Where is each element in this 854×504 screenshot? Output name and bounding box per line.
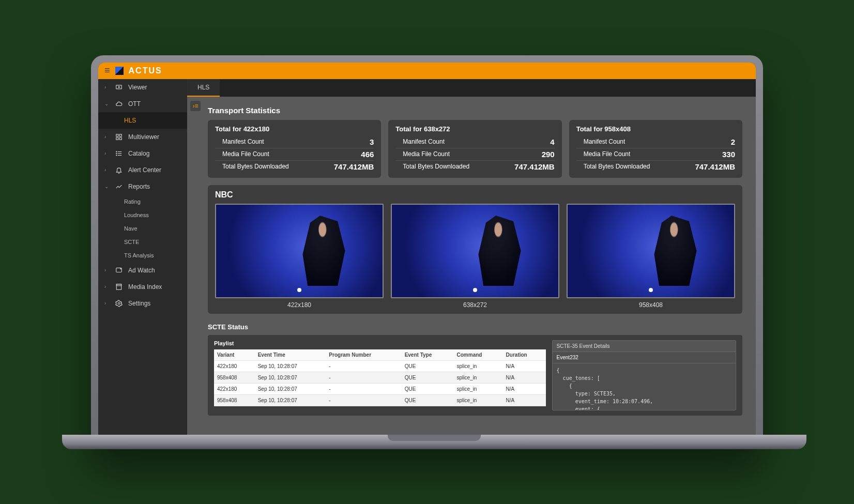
sidebar-item-viewer[interactable]: › Viewer: [98, 79, 187, 96]
thumb-wrap: 638x272: [391, 204, 559, 309]
tab-hls[interactable]: HLS: [187, 79, 220, 97]
sidebar-label: Settings: [128, 300, 150, 307]
scte-status-title: SCTE Status: [208, 323, 742, 331]
sidebar-item-hls[interactable]: HLS: [98, 112, 187, 129]
gear-icon: [115, 300, 123, 307]
details-event-name: Event232: [553, 352, 736, 363]
logo-mark-icon: [115, 67, 124, 75]
details-code[interactable]: { cue_tones: [ { type: SCTE35, event_tim…: [553, 363, 736, 410]
sidebar-item-alert-center[interactable]: › Alert Center: [98, 162, 187, 178]
chart-icon: [115, 183, 123, 190]
brand-name: ACTUS: [129, 66, 162, 75]
laptop-base: [62, 435, 806, 449]
col-command: Command: [454, 349, 503, 361]
scte-details-box: SCTE-35 Event Details Event232 { cue_ton…: [552, 340, 736, 410]
stat-card-heading: Total for 958x408: [576, 125, 735, 133]
chevron-down-icon: ⌄: [104, 184, 110, 189]
stat-card-heading: Total for 638x272: [395, 125, 554, 133]
svg-rect-2: [116, 134, 118, 136]
hamburger-icon[interactable]: ≡: [104, 65, 110, 76]
table-row[interactable]: 958x408Sep 10, 10:28:07-QUEsplice_inN/A: [214, 394, 546, 406]
table-row[interactable]: 422x180Sep 10, 10:28:07-QUEsplice_inN/A: [214, 360, 546, 372]
sidebar-label: Viewer: [128, 84, 147, 91]
media-index-icon: [115, 283, 123, 291]
stat-card-638x272: Total for 638x272 Manifest Count4 Media …: [388, 120, 561, 178]
main: HLS ›≡ Transport Statistics Total for 42…: [187, 79, 756, 435]
sidebar-item-multiviewer[interactable]: › Multiviewer: [98, 129, 187, 145]
sidebar-sub-scte[interactable]: SCTE: [98, 235, 187, 249]
thumb-label: 638x272: [463, 301, 487, 309]
channel-card: NBC 422x180 638x272: [208, 185, 742, 314]
laptop-notch: [388, 435, 481, 441]
content: ›≡ Transport Statistics Total for 422x18…: [187, 97, 756, 435]
thumb-wrap: 958x408: [567, 204, 735, 309]
cloud-icon: [115, 100, 123, 108]
col-duration: Duration: [503, 349, 546, 361]
list-icon: [115, 150, 123, 157]
body-row: › Viewer ⌄ OTT HLS › Mu: [98, 79, 756, 435]
sidebar-item-settings[interactable]: › Settings: [98, 295, 187, 312]
table-header-row: Variant Event Time Program Number Event …: [214, 349, 546, 361]
sidebar-item-ott[interactable]: ⌄ OTT: [98, 96, 187, 112]
svg-marker-1: [118, 86, 119, 87]
viewer-icon: [115, 84, 123, 91]
svg-rect-14: [116, 284, 121, 289]
sidebar-sub-loudness[interactable]: Loudness: [98, 208, 187, 222]
details-column: SCTE-35 Event Details Event232 { cue_ton…: [552, 340, 736, 410]
details-header: SCTE-35 Event Details: [553, 341, 736, 352]
video-thumbnail[interactable]: [215, 204, 384, 298]
svg-rect-5: [119, 138, 121, 140]
playlist-table: Variant Event Time Program Number Event …: [214, 349, 546, 406]
chevron-right-icon: ›: [104, 267, 110, 273]
svg-rect-3: [119, 134, 121, 136]
sidebar-label: Catalog: [128, 150, 149, 157]
table-row[interactable]: 422x180Sep 10, 10:28:07-QUEsplice_inN/A: [214, 383, 546, 394]
stats-row: Total for 422x180 Manifest Count3 Media …: [208, 120, 742, 178]
sidebar: › Viewer ⌄ OTT HLS › Mu: [98, 79, 187, 435]
sidebar-sub-nave[interactable]: Nave: [98, 222, 187, 235]
channel-name: NBC: [215, 190, 735, 200]
app-root: ≡ ACTUS › Viewer ⌄ OTT: [98, 63, 756, 435]
sidebar-item-reports[interactable]: ⌄ Reports: [98, 178, 187, 195]
sidebar-sub-ts-analysis[interactable]: TS Analysis: [98, 249, 187, 262]
scte-panel: Playlist Variant Event Time Program Numb…: [208, 335, 742, 416]
table-row[interactable]: 958x408Sep 10, 10:28:07-QUEsplice_inN/A: [214, 372, 546, 383]
col-variant: Variant: [214, 349, 255, 361]
thumb-label: 958x408: [639, 301, 663, 309]
sidebar-label: OTT: [128, 100, 141, 108]
video-thumbnail[interactable]: [391, 204, 559, 298]
chevron-right-icon: ›: [104, 284, 110, 289]
sidebar-label: Reports: [128, 183, 150, 190]
tabbar: HLS: [187, 79, 756, 97]
svg-rect-4: [116, 138, 118, 140]
sidebar-sub-rating[interactable]: Rating: [98, 195, 187, 208]
svg-point-16: [118, 302, 120, 304]
collapse-sidebar-button[interactable]: ›≡: [190, 101, 201, 111]
svg-point-9: [116, 151, 117, 151]
video-thumbnail[interactable]: [567, 204, 735, 298]
sidebar-item-ad-watch[interactable]: › Ad Watch: [98, 262, 187, 279]
svg-point-11: [116, 155, 117, 155]
ad-icon: [115, 267, 123, 274]
stat-card-heading: Total for 422x180: [215, 125, 374, 133]
sidebar-label: Alert Center: [128, 166, 161, 174]
sidebar-item-media-index[interactable]: › Media Index: [98, 279, 187, 295]
sidebar-item-catalog[interactable]: › Catalog: [98, 145, 187, 162]
svg-point-13: [120, 268, 121, 269]
svg-rect-15: [116, 284, 121, 285]
chevron-right-icon: ›: [104, 134, 110, 140]
svg-point-10: [116, 153, 117, 154]
thumbs-row: 422x180 638x272 958x408: [215, 204, 735, 309]
chevron-right-icon: ›: [104, 84, 110, 90]
col-event-time: Event Time: [255, 349, 326, 361]
laptop-screen: ≡ ACTUS › Viewer ⌄ OTT: [98, 63, 756, 435]
scte-section: SCTE Status Playlist Variant Event Time …: [208, 323, 742, 416]
chevron-right-icon: ›: [104, 150, 110, 156]
thumb-wrap: 422x180: [215, 204, 384, 309]
sidebar-label: HLS: [124, 117, 136, 124]
stat-card-422x180: Total for 422x180 Manifest Count3 Media …: [208, 120, 381, 178]
thumb-label: 422x180: [287, 301, 311, 309]
sidebar-label: Media Index: [128, 283, 162, 291]
bell-icon: [115, 166, 123, 174]
chevron-right-icon: ›: [104, 300, 110, 306]
